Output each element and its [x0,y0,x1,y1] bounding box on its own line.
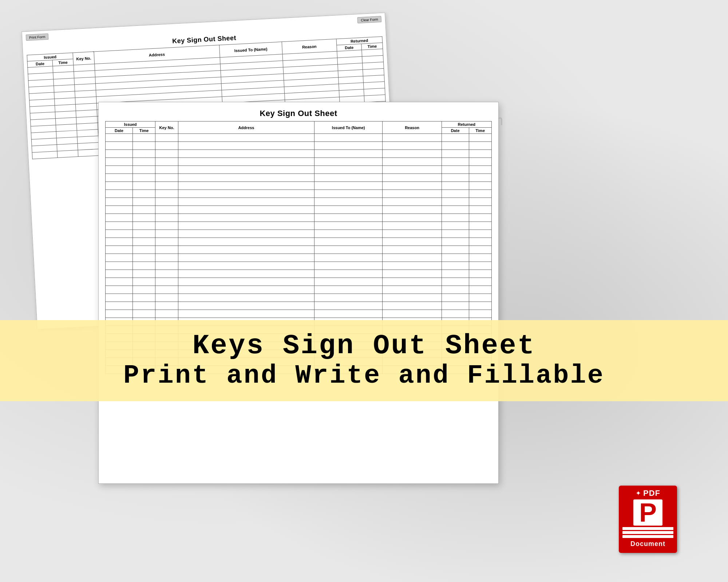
table-cell[interactable] [314,134,383,142]
table-cell[interactable] [178,246,314,254]
table-cell[interactable] [442,270,469,278]
table-cell[interactable] [442,230,469,238]
table-cell[interactable] [314,182,383,190]
table-cell[interactable] [132,254,155,262]
table-cell[interactable] [442,262,469,270]
table-cell[interactable] [106,270,133,278]
table-cell[interactable] [106,134,133,142]
table-cell[interactable] [469,270,491,278]
table-cell[interactable] [469,158,491,166]
table-cell[interactable] [314,150,383,158]
table-cell[interactable] [314,302,383,310]
table-cell[interactable] [106,150,133,158]
table-cell[interactable] [469,174,491,182]
table-cell[interactable] [314,246,383,254]
table-cell[interactable] [469,134,491,142]
table-cell[interactable] [314,262,383,270]
table-cell[interactable] [383,182,442,190]
table-cell[interactable] [132,214,155,222]
table-cell[interactable] [469,206,491,214]
table-cell[interactable] [155,206,178,214]
table-cell[interactable] [314,198,383,206]
table-cell[interactable] [106,214,133,222]
table-cell[interactable] [469,238,491,246]
table-cell[interactable] [469,214,491,222]
table-cell[interactable] [155,174,178,182]
table-cell[interactable] [314,254,383,262]
table-cell[interactable] [106,158,133,166]
table-cell[interactable] [178,166,314,174]
table-cell[interactable] [442,310,469,318]
table-cell[interactable] [314,206,383,214]
table-cell[interactable] [178,150,314,158]
table-cell[interactable] [155,214,178,222]
table-cell[interactable] [132,142,155,150]
table-cell[interactable] [314,214,383,222]
table-cell[interactable] [106,262,133,270]
table-cell[interactable] [314,158,383,166]
table-cell[interactable] [442,278,469,286]
table-cell[interactable] [383,166,442,174]
table-cell[interactable] [78,149,99,157]
table-cell[interactable] [155,142,178,150]
table-cell[interactable] [178,262,314,270]
table-cell[interactable] [383,310,442,318]
table-cell[interactable] [383,270,442,278]
table-cell[interactable] [469,302,491,310]
table-cell[interactable] [469,262,491,270]
table-cell[interactable] [178,134,314,142]
table-cell[interactable] [132,222,155,230]
table-cell[interactable] [383,302,442,310]
table-cell[interactable] [178,302,314,310]
table-cell[interactable] [155,182,178,190]
table-cell[interactable] [383,246,442,254]
table-cell[interactable] [442,238,469,246]
table-cell[interactable] [314,222,383,230]
table-cell[interactable] [178,206,314,214]
table-cell[interactable] [178,278,314,286]
table-cell[interactable] [314,270,383,278]
table-cell[interactable] [469,254,491,262]
table-cell[interactable] [178,158,314,166]
table-cell[interactable] [106,238,133,246]
table-cell[interactable] [178,222,314,230]
table-cell[interactable] [442,302,469,310]
table-cell[interactable] [155,198,178,206]
table-cell[interactable] [383,262,442,270]
table-cell[interactable] [155,222,178,230]
table-cell[interactable] [314,166,383,174]
table-cell[interactable] [132,238,155,246]
table-cell[interactable] [178,270,314,278]
table-cell[interactable] [314,230,383,238]
table-cell[interactable] [155,134,178,142]
table-cell[interactable] [106,278,133,286]
table-cell[interactable] [155,270,178,278]
table-cell[interactable] [442,286,469,294]
table-cell[interactable] [442,206,469,214]
table-cell[interactable] [442,150,469,158]
table-cell[interactable] [383,286,442,294]
table-cell[interactable] [106,246,133,254]
clear-form-button[interactable]: Clear Form [357,16,381,23]
table-cell[interactable] [314,142,383,150]
table-cell[interactable] [106,294,133,302]
table-cell[interactable] [106,174,133,182]
table-cell[interactable] [132,182,155,190]
table-cell[interactable] [383,158,442,166]
table-cell[interactable] [314,174,383,182]
table-cell[interactable] [469,246,491,254]
table-cell[interactable] [155,158,178,166]
table-cell[interactable] [32,151,58,159]
table-cell[interactable] [132,302,155,310]
table-cell[interactable] [383,222,442,230]
table-cell[interactable] [314,238,383,246]
table-cell[interactable] [383,206,442,214]
table-cell[interactable] [106,230,133,238]
table-cell[interactable] [178,214,314,222]
table-cell[interactable] [178,238,314,246]
table-cell[interactable] [155,254,178,262]
table-cell[interactable] [469,150,491,158]
table-cell[interactable] [155,190,178,198]
table-cell[interactable] [106,142,133,150]
table-cell[interactable] [469,310,491,318]
